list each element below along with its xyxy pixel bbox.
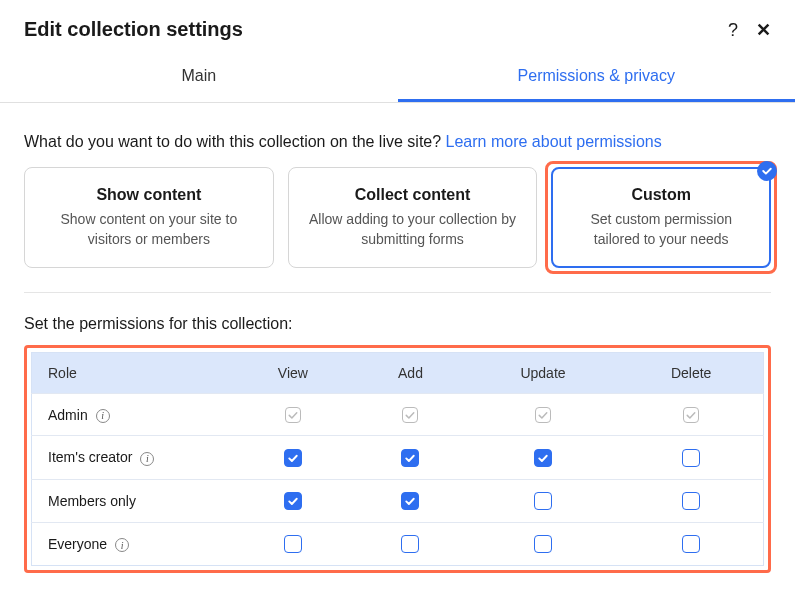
col-add: Add	[354, 353, 467, 394]
col-delete: Delete	[619, 353, 763, 394]
modal-title: Edit collection settings	[24, 18, 243, 41]
checkbox-item-s-creator-delete[interactable]	[682, 449, 700, 467]
info-icon[interactable]: i	[140, 452, 154, 466]
highlight-custom-card: Custom Set custom permission tailored to…	[545, 161, 777, 274]
cell-update	[467, 479, 620, 522]
card-show-content[interactable]: Show content Show content on your site t…	[24, 167, 274, 268]
card-collect-content[interactable]: Collect content Allow adding to your col…	[288, 167, 538, 268]
cell-role: Item's creator i	[32, 436, 232, 479]
permissions-section: What do you want to do with this collect…	[24, 103, 771, 573]
checkbox-members-only-update[interactable]	[534, 492, 552, 510]
info-icon[interactable]: i	[96, 409, 110, 423]
cell-add	[354, 394, 467, 436]
tab-permissions[interactable]: Permissions & privacy	[398, 51, 796, 102]
checkbox-everyone-add[interactable]	[401, 535, 419, 553]
card-desc: Show content on your site to visitors or…	[39, 210, 259, 249]
cell-update	[467, 523, 620, 566]
checkbox-admin-update	[535, 407, 551, 423]
card-title: Custom	[566, 186, 756, 204]
role-label: Members only	[48, 493, 136, 509]
checkbox-item-s-creator-view[interactable]	[284, 449, 302, 467]
cell-role: Admin i	[32, 394, 232, 436]
tab-bar: Main Permissions & privacy	[0, 51, 795, 103]
checkbox-members-only-view[interactable]	[284, 492, 302, 510]
header-actions: ? ✕	[728, 21, 771, 39]
checkbox-item-s-creator-add[interactable]	[401, 449, 419, 467]
checkbox-members-only-add[interactable]	[401, 492, 419, 510]
selected-check-icon	[757, 161, 777, 181]
permissions-heading: Set the permissions for this collection:	[24, 315, 771, 333]
checkbox-everyone-update[interactable]	[534, 535, 552, 553]
cell-view	[232, 436, 355, 479]
learn-more-link[interactable]: Learn more about permissions	[446, 133, 662, 150]
checkbox-admin-view	[285, 407, 301, 423]
table-row: Everyone i	[32, 523, 764, 566]
cell-delete	[619, 523, 763, 566]
col-update: Update	[467, 353, 620, 394]
question-text: What do you want to do with this collect…	[24, 133, 771, 151]
checkbox-everyone-delete[interactable]	[682, 535, 700, 553]
table-header-row: Role View Add Update Delete	[32, 353, 764, 394]
checkbox-item-s-creator-update[interactable]	[534, 449, 552, 467]
checkbox-admin-add	[402, 407, 418, 423]
checkbox-members-only-delete[interactable]	[682, 492, 700, 510]
help-icon[interactable]: ?	[728, 21, 738, 39]
cell-role: Members only	[32, 479, 232, 522]
checkbox-everyone-view[interactable]	[284, 535, 302, 553]
role-label: Everyone	[48, 536, 107, 552]
table-body: Admin iItem's creator iMembers onlyEvery…	[32, 394, 764, 566]
card-desc: Allow adding to your collection by submi…	[303, 210, 523, 249]
question-prefix: What do you want to do with this collect…	[24, 133, 446, 150]
role-label: Item's creator	[48, 449, 132, 465]
mode-cards: Show content Show content on your site t…	[24, 167, 771, 293]
tab-main[interactable]: Main	[0, 51, 398, 102]
col-role: Role	[32, 353, 232, 394]
permissions-table: Role View Add Update Delete Admin iItem'…	[31, 352, 764, 566]
info-icon[interactable]: i	[115, 538, 129, 552]
close-icon[interactable]: ✕	[756, 21, 771, 39]
table-row: Admin i	[32, 394, 764, 436]
cell-add	[354, 436, 467, 479]
cell-update	[467, 436, 620, 479]
cell-view	[232, 394, 355, 436]
role-label: Admin	[48, 407, 88, 423]
cell-update	[467, 394, 620, 436]
card-title: Collect content	[303, 186, 523, 204]
cell-delete	[619, 479, 763, 522]
card-custom[interactable]: Custom Set custom permission tailored to…	[551, 167, 771, 268]
cell-view	[232, 523, 355, 566]
cell-view	[232, 479, 355, 522]
table-row: Members only	[32, 479, 764, 522]
card-title: Show content	[39, 186, 259, 204]
cell-add	[354, 523, 467, 566]
modal-header: Edit collection settings ? ✕	[24, 18, 771, 51]
cell-delete	[619, 436, 763, 479]
cell-role: Everyone i	[32, 523, 232, 566]
card-desc: Set custom permission tailored to your n…	[566, 210, 756, 249]
cell-delete	[619, 394, 763, 436]
highlight-permissions-table: Role View Add Update Delete Admin iItem'…	[24, 345, 771, 573]
col-view: View	[232, 353, 355, 394]
settings-modal: Edit collection settings ? ✕ Main Permis…	[0, 0, 795, 597]
table-row: Item's creator i	[32, 436, 764, 479]
checkbox-admin-delete	[683, 407, 699, 423]
cell-add	[354, 479, 467, 522]
